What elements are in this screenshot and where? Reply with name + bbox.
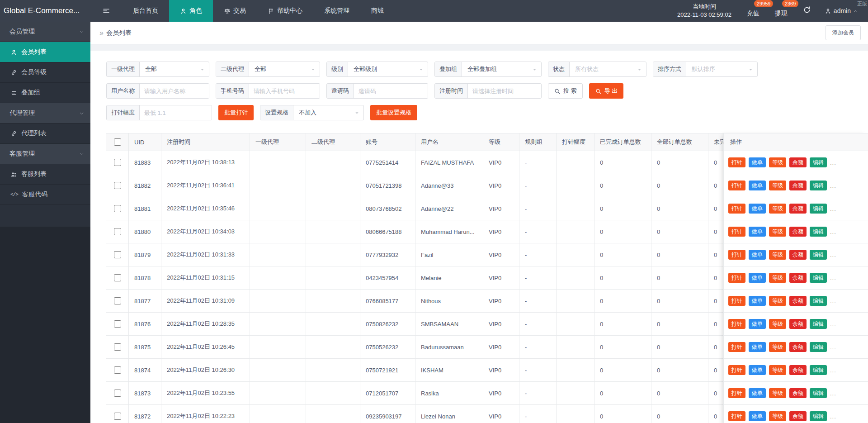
action-button-0[interactable]: 打针 — [728, 411, 745, 421]
action-button-2[interactable]: 等级 — [769, 296, 786, 306]
nav-item-1[interactable]: 角色 — [169, 0, 213, 22]
more-actions-button[interactable]: ... — [830, 205, 836, 212]
action-button-2[interactable]: 等级 — [769, 411, 786, 421]
filter-select-value[interactable]: 全部叠加组 — [462, 62, 532, 76]
row-checkbox[interactable] — [114, 159, 121, 166]
more-actions-button[interactable]: ... — [830, 321, 836, 328]
action-button-1[interactable]: 做单 — [749, 296, 766, 306]
action-button-1[interactable]: 做单 — [749, 181, 766, 190]
sidebar-item-7[interactable]: 客服列表 — [0, 164, 90, 185]
action-button-1[interactable]: 做单 — [749, 411, 766, 421]
filter-select-value[interactable]: 所有状态 — [570, 62, 637, 76]
search-button[interactable]: 搜 索 — [548, 83, 583, 99]
sidebar-item-0[interactable]: 会员管理 — [0, 22, 90, 42]
action-button-0[interactable]: 打针 — [728, 181, 745, 190]
action-button-3[interactable]: 余额 — [789, 411, 807, 421]
more-actions-button[interactable]: ... — [830, 298, 836, 304]
action-button-0[interactable]: 打针 — [728, 204, 745, 214]
more-actions-button[interactable]: ... — [830, 182, 836, 189]
nav-item-4[interactable]: 系统管理 — [313, 0, 360, 22]
sidebar-item-8[interactable]: </>客服代码 — [0, 185, 90, 205]
action-button-3[interactable]: 余额 — [789, 157, 807, 167]
action-button-2[interactable]: 等级 — [769, 204, 786, 214]
action-button-4[interactable]: 编辑 — [810, 157, 827, 167]
action-button-4[interactable]: 编辑 — [810, 411, 827, 421]
nav-item-0[interactable]: 后台首页 — [122, 0, 169, 22]
action-button-3[interactable]: 余额 — [789, 388, 807, 398]
select-all-checkbox[interactable] — [114, 138, 121, 146]
sidebar-toggle-button[interactable] — [90, 0, 122, 22]
action-button-3[interactable]: 余额 — [789, 365, 807, 375]
row-checkbox[interactable] — [114, 205, 121, 212]
row-checkbox[interactable] — [114, 390, 121, 397]
action-button-0[interactable]: 打针 — [728, 250, 745, 260]
action-button-0[interactable]: 打针 — [728, 365, 745, 375]
more-actions-button[interactable]: ... — [830, 275, 836, 281]
sidebar-item-4[interactable]: 代理管理 — [0, 103, 90, 124]
more-actions-button[interactable]: ... — [830, 228, 836, 235]
filter-input-field[interactable] — [249, 84, 320, 98]
action-button-0[interactable]: 打针 — [728, 157, 745, 167]
action-button-0[interactable]: 打针 — [728, 296, 745, 306]
action-button-4[interactable]: 编辑 — [810, 250, 827, 260]
action-button-0[interactable]: 打针 — [728, 388, 745, 398]
action-button-1[interactable]: 做单 — [749, 204, 766, 214]
action-button-2[interactable]: 等级 — [769, 319, 786, 329]
action-button-0[interactable]: 打针 — [728, 319, 745, 329]
more-actions-button[interactable]: ... — [830, 367, 836, 374]
action-button-2[interactable]: 等级 — [769, 273, 786, 283]
more-actions-button[interactable]: ... — [830, 252, 836, 258]
more-actions-button[interactable]: ... — [830, 390, 836, 397]
more-actions-button[interactable]: ... — [830, 413, 836, 420]
more-actions-button[interactable]: ... — [830, 159, 836, 166]
row-checkbox[interactable] — [114, 251, 121, 258]
row-checkbox[interactable] — [114, 228, 121, 235]
action-button-4[interactable]: 编辑 — [810, 181, 827, 190]
action-button-1[interactable]: 做单 — [749, 227, 766, 237]
sidebar-item-1[interactable]: 会员列表 — [0, 42, 90, 62]
action-button-3[interactable]: 余额 — [789, 273, 807, 283]
action-button-1[interactable]: 做单 — [749, 273, 766, 283]
action-button-2[interactable]: 等级 — [769, 388, 786, 398]
nav-item-5[interactable]: 商城 — [360, 0, 395, 22]
batch-spec-button[interactable]: 批量设置规格 — [370, 105, 417, 120]
nav-item-2[interactable]: 交易 — [213, 0, 257, 22]
row-checkbox[interactable] — [114, 320, 121, 328]
action-button-2[interactable]: 等级 — [769, 157, 786, 167]
action-button-2[interactable]: 等级 — [769, 181, 786, 190]
action-button-1[interactable]: 做单 — [749, 342, 766, 352]
add-member-button[interactable]: 添加会员 — [826, 25, 861, 40]
filter-select-value[interactable]: 全部级别 — [348, 62, 419, 76]
action-button-3[interactable]: 余额 — [789, 181, 807, 190]
admin-menu[interactable]: admin — [825, 7, 858, 14]
action-button-2[interactable]: 等级 — [769, 342, 786, 352]
action-button-3[interactable]: 余额 — [789, 296, 807, 306]
action-button-1[interactable]: 做单 — [749, 250, 766, 260]
action-button-0[interactable]: 打针 — [728, 227, 745, 237]
action-button-4[interactable]: 编辑 — [810, 227, 827, 237]
sidebar-item-3[interactable]: 叠加组 — [0, 83, 90, 103]
action-button-4[interactable]: 编辑 — [810, 273, 827, 283]
action-button-0[interactable]: 打针 — [728, 342, 745, 352]
row-checkbox[interactable] — [114, 274, 121, 281]
filter-input-field[interactable] — [140, 84, 209, 98]
action-button-4[interactable]: 编辑 — [810, 204, 827, 214]
filter-input-field[interactable] — [468, 84, 541, 98]
sidebar-item-2[interactable]: 会员等级 — [0, 62, 90, 83]
nav-item-3[interactable]: 帮助中心 — [257, 0, 313, 22]
action-button-2[interactable]: 等级 — [769, 250, 786, 260]
action-button-1[interactable]: 做单 — [749, 157, 766, 167]
action-button-4[interactable]: 编辑 — [810, 388, 827, 398]
action-button-1[interactable]: 做单 — [749, 365, 766, 375]
filter-select-value[interactable]: 全部 — [140, 62, 200, 76]
filter-select-value[interactable]: 全部 — [249, 62, 311, 76]
row-checkbox[interactable] — [114, 366, 121, 374]
export-button[interactable]: 导 出 — [589, 83, 624, 99]
recharge-button[interactable]: 充值 29959 — [747, 10, 760, 22]
row-checkbox[interactable] — [114, 182, 121, 189]
action-button-3[interactable]: 余额 — [789, 204, 807, 214]
action-button-4[interactable]: 编辑 — [810, 365, 827, 375]
filter-input-field[interactable] — [354, 84, 428, 98]
action-button-3[interactable]: 余额 — [789, 319, 807, 329]
action-button-4[interactable]: 编辑 — [810, 296, 827, 306]
